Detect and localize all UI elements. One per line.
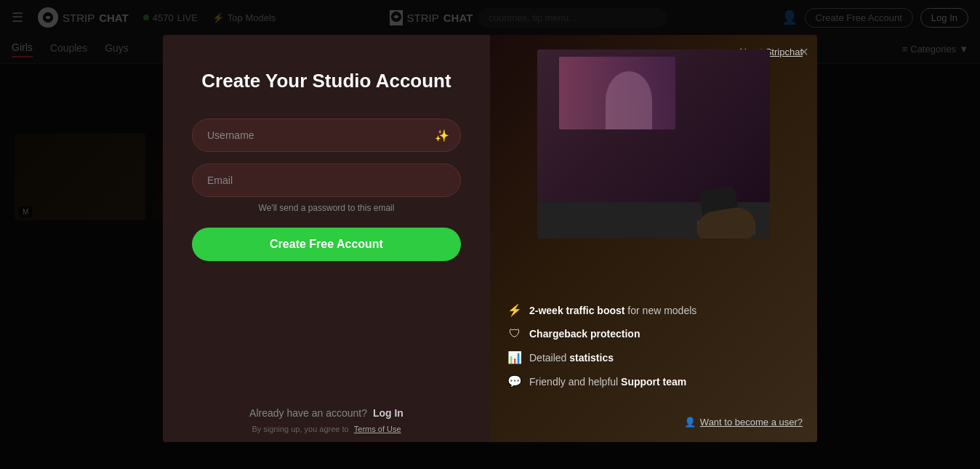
email-wrapper	[192, 164, 461, 197]
features-list: ⚡ 2-week traffic boost for new models 🛡 …	[507, 303, 800, 398]
username-wrapper: ✨	[192, 119, 461, 152]
chart-icon: 📊	[507, 350, 522, 364]
feature-traffic-text: 2-week traffic boost for new models	[529, 305, 696, 316]
feature-statistics: 📊 Detailed statistics	[507, 350, 800, 364]
modal-title: Create Your Studio Account	[201, 70, 451, 92]
camera-screen	[559, 57, 675, 129]
tos-prefix: By signing up, you agree to	[252, 425, 348, 433]
camera-visual	[537, 49, 770, 238]
create-free-account-button[interactable]: Create Free Account	[192, 228, 461, 261]
feature-statistics-text: Detailed statistics	[529, 352, 614, 364]
close-button[interactable]: ×	[800, 44, 808, 60]
modal-right-panel: About Stripchat ⚡	[490, 35, 817, 442]
modal-left-panel: Create Your Studio Account ✨ We'll send …	[163, 35, 490, 442]
feature-support: 💬 Friendly and helpful Support team	[507, 374, 800, 388]
chat-icon: 💬	[507, 374, 522, 388]
tos-link[interactable]: Terms of Use	[354, 425, 401, 433]
feature-chargeback-text: Chargeback protection	[529, 328, 640, 340]
feature-traffic-boost: ⚡ 2-week traffic boost for new models	[507, 303, 800, 317]
login-link[interactable]: Log In	[373, 407, 403, 419]
want-user-text[interactable]: Want to become a user?	[700, 417, 803, 428]
user-icon: 👤	[684, 417, 696, 428]
email-hint: We'll send a password to this email	[259, 203, 395, 213]
feature-chargeback: 🛡 Chargeback protection	[507, 327, 800, 340]
feature-support-text: Friendly and helpful Support team	[529, 376, 686, 388]
modal-overlay: Create Your Studio Account ✨ We'll send …	[0, 0, 980, 469]
wand-icon: ✨	[435, 129, 449, 143]
tos-text: By signing up, you agree to Terms of Use	[163, 425, 490, 433]
modal-dialog: Create Your Studio Account ✨ We'll send …	[163, 35, 817, 442]
email-input[interactable]	[192, 164, 461, 197]
username-input[interactable]	[192, 119, 461, 152]
already-account-text: Already have an account?	[249, 407, 367, 419]
lightning-icon: ⚡	[507, 303, 522, 317]
want-user-section: 👤 Want to become a user?	[684, 417, 803, 428]
shield-icon: 🛡	[507, 327, 522, 340]
already-account-section: Already have an account? Log In	[249, 384, 403, 419]
